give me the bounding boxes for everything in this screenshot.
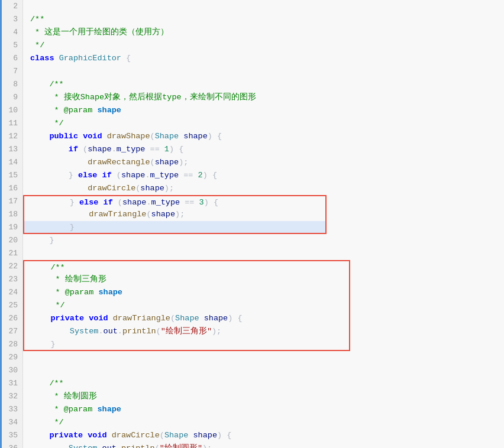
line-number: 21 <box>4 247 18 260</box>
line-number: 4 <box>4 26 18 39</box>
line-number: 22 <box>4 260 18 273</box>
code-editor: 2345678910111213141516171819202122232425… <box>0 0 504 448</box>
code-line: drawTriangle(shape); <box>23 208 327 221</box>
code-lines: /** * 这是一个用于绘图的类（使用方） */class GraphicEdi… <box>23 0 504 448</box>
code-line: * 绘制三角形 <box>23 273 350 286</box>
line-number: 25 <box>4 299 18 312</box>
code-line: } <box>23 221 327 234</box>
code-line: */ <box>23 117 504 130</box>
code-line: * 这是一个用于绘图的类（使用方） <box>23 26 504 39</box>
code-line: /** <box>23 260 350 273</box>
line-number: 26 <box>4 312 18 325</box>
line-number: 31 <box>4 377 18 390</box>
line-number: 32 <box>4 390 18 403</box>
code-line: */ <box>23 416 504 429</box>
line-number: 33 <box>4 403 18 416</box>
code-line: /** <box>23 78 504 91</box>
code-line: /** <box>23 377 504 390</box>
left-accent-bar <box>0 0 2 448</box>
line-number: 13 <box>4 143 18 156</box>
line-number: 2 <box>4 0 18 13</box>
code-line: } else if (shape.m_type == 2) { <box>23 169 504 182</box>
code-line: */ <box>23 39 504 52</box>
code-line: private void drawTriangle(Shape shape) { <box>23 312 350 325</box>
code-line: * @param shape <box>23 403 504 416</box>
line-number: 36 <box>4 442 18 448</box>
line-numbers: 2345678910111213141516171819202122232425… <box>2 0 23 448</box>
code-line: * @param shape <box>23 286 350 299</box>
code-line <box>23 0 504 13</box>
line-number: 7 <box>4 65 18 78</box>
code-line: */ <box>23 299 350 312</box>
line-number: 23 <box>4 273 18 286</box>
line-number: 12 <box>4 130 18 143</box>
code-line: if (shape.m_type == 1) { <box>23 143 504 156</box>
code-line: System.out.println("绘制圆形"); <box>23 442 504 448</box>
code-line <box>23 364 504 377</box>
line-number: 6 <box>4 52 18 65</box>
line-number: 9 <box>4 91 18 104</box>
code-line: private void drawCircle(Shape shape) { <box>23 429 504 442</box>
code-line: drawRectangle(shape); <box>23 156 504 169</box>
line-number: 17 <box>4 195 18 208</box>
line-number: 15 <box>4 169 18 182</box>
code-line: System.out.println("绘制三角形"); <box>23 325 350 338</box>
code-line <box>23 65 504 78</box>
code-line: * 绘制圆形 <box>23 390 504 403</box>
code-line: /** <box>23 13 504 26</box>
line-number: 11 <box>4 117 18 130</box>
line-number: 29 <box>4 351 18 364</box>
line-number: 8 <box>4 78 18 91</box>
line-number: 34 <box>4 416 18 429</box>
code-line: * @param shape <box>23 104 504 117</box>
code-line: drawCircle(shape); <box>23 182 504 195</box>
line-number: 5 <box>4 39 18 52</box>
code-line: class GraphicEditor { <box>23 52 504 65</box>
line-number: 28 <box>4 338 18 351</box>
code-line: } <box>23 234 504 247</box>
line-number: 30 <box>4 364 18 377</box>
line-number: 19 <box>4 221 18 234</box>
line-number: 16 <box>4 182 18 195</box>
line-number: 35 <box>4 429 18 442</box>
code-line <box>23 351 504 364</box>
line-number: 10 <box>4 104 18 117</box>
code-line: } <box>23 338 350 351</box>
line-number: 27 <box>4 325 18 338</box>
code-line: } else if (shape.m_type == 3) { <box>23 195 327 208</box>
line-number: 14 <box>4 156 18 169</box>
line-number: 3 <box>4 13 18 26</box>
line-number: 18 <box>4 208 18 221</box>
line-number: 24 <box>4 286 18 299</box>
code-line <box>23 247 504 260</box>
line-number: 20 <box>4 234 18 247</box>
code-line: * 接收Shape对象，然后根据type，来绘制不同的图形 <box>23 91 504 104</box>
code-line: public void drawShape(Shape shape) { <box>23 130 504 143</box>
